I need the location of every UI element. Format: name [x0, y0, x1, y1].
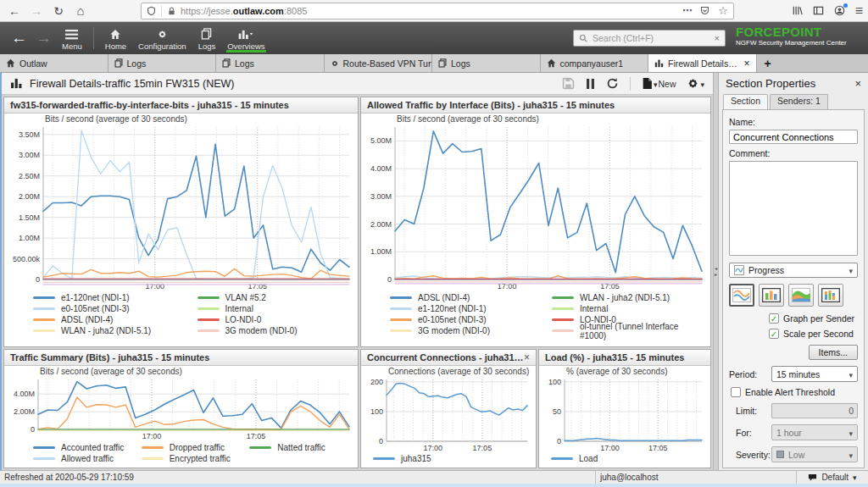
bookmark-star-icon[interactable] [718, 4, 728, 17]
graph-per-sender-checkbox[interactable]: Graph per Sender [769, 313, 858, 324]
svg-text:2.50M: 2.50M [19, 172, 40, 180]
chart-panel-allowed-traffic[interactable]: Allowed Traffic by Interface (Bits) - ju… [360, 97, 711, 347]
page-title: Firewall Details-traffic 15min FW315 (NE… [30, 78, 234, 90]
nav-home[interactable]: Home [99, 22, 132, 54]
lock-icon[interactable] [167, 6, 176, 16]
browser-forward-button[interactable] [27, 3, 46, 19]
logs-icon [201, 27, 212, 40]
legend-item: juha315 [373, 453, 536, 464]
section-name-input[interactable] [729, 130, 858, 144]
legend-item: Accounted traffic [33, 442, 138, 453]
logged-in-user: juha@localhost [596, 471, 797, 484]
sidebar-toggle-icon[interactable] [813, 5, 824, 16]
tab-route-based-vpn-tunnels[interactable]: Route-Based VPN Tunnels [325, 54, 433, 72]
legend-swatch [552, 318, 574, 321]
legend-item: ol-tunnel (Tunnel Interface #1000) [552, 325, 707, 336]
chart-type-bar-button[interactable] [759, 284, 784, 307]
window-edge [0, 484, 868, 487]
address-bar[interactable]: https://jesse.outlaw.com:8085 [141, 3, 734, 19]
for-select[interactable]: 1 hour [771, 424, 858, 440]
svg-text:0: 0 [557, 437, 561, 445]
panel-splitter[interactable] [713, 73, 719, 470]
refresh-icon[interactable] [606, 77, 619, 90]
scope-selector[interactable]: Default [797, 471, 868, 484]
svg-text:1.50M: 1.50M [19, 213, 40, 222]
tab-companyauser1[interactable]: companyauser1 [541, 54, 649, 72]
items-button[interactable]: Items... [809, 345, 858, 360]
menu-button[interactable]: Menu [56, 22, 88, 54]
legend-item: e0-105net (NDI-3) [390, 314, 545, 325]
tab-senders[interactable]: Senders: 1 [770, 94, 828, 109]
tracking-shield-icon[interactable] [147, 6, 156, 16]
tab-logs-1[interactable]: Logs [108, 54, 217, 72]
tab-firewall-details-traffic[interactable]: Firewall Details-traffic ... [648, 54, 757, 72]
browser-home-button[interactable] [71, 3, 90, 19]
pocket-icon[interactable] [700, 6, 709, 15]
severity-select[interactable]: Low [771, 446, 858, 462]
chart-legend: e1-120net (NDI-1)e0-105net (NDI-3)ADSL (… [4, 291, 358, 346]
search-clear-icon[interactable] [715, 33, 720, 43]
tab-outlaw[interactable]: Outlaw [0, 54, 108, 72]
save-icon[interactable] [562, 77, 575, 90]
comment-textarea[interactable] [729, 161, 858, 255]
chart-type-line-button[interactable] [729, 284, 754, 307]
chart-panel-title: Allowed Traffic by Interface (Bits) - ju… [361, 97, 710, 113]
nav-logs[interactable]: Logs [192, 22, 222, 54]
severity-label: Severity: [729, 450, 768, 460]
legend-swatch [390, 329, 412, 332]
app-forward-button[interactable]: → [31, 29, 56, 47]
limit-input[interactable] [771, 403, 858, 418]
browser-reload-button[interactable] [49, 3, 68, 19]
period-label: Period: [729, 369, 768, 379]
tab-section[interactable]: Section [723, 94, 768, 109]
svg-text:Bits / second (average of 30 s: Bits / second (average of 30 seconds) [397, 114, 539, 124]
global-search-input[interactable]: Search (Ctrl+F) [573, 30, 726, 47]
panel-close-icon[interactable] [854, 77, 861, 90]
tools-button[interactable] [687, 77, 704, 90]
enable-alert-threshold-checkbox[interactable]: Enable Alert Threshold [731, 387, 858, 397]
nav-logs-label: Logs [198, 42, 216, 51]
chart-panel-concurrent-connections[interactable]: Concurrent Connections - juha315 - 1... … [360, 349, 537, 468]
tab-close-icon[interactable] [743, 58, 749, 69]
browser-back-button[interactable] [5, 3, 24, 19]
legend-swatch [198, 329, 220, 332]
svg-text:% (average of 30 seconds): % (average of 30 seconds) [566, 367, 668, 376]
legend-swatch [198, 318, 220, 321]
section-type-select[interactable]: Progress [729, 263, 858, 278]
chart-panel-traffic-summary[interactable]: Traffic Summary (Bits) - juha315 - 15 mi… [3, 349, 359, 468]
app-toolbar: ← → Menu Home Configuration Logs Overvie… [0, 22, 868, 54]
section-close-icon[interactable] [524, 351, 530, 363]
svg-text:500.00k: 500.00k [13, 255, 41, 263]
scale-per-second-checkbox[interactable]: Scale per Second [769, 329, 858, 339]
browser-menu-icon[interactable] [855, 3, 863, 19]
new-button[interactable]: New [642, 77, 676, 90]
search-icon [579, 34, 588, 43]
tab-logs-3[interactable]: Logs [432, 54, 541, 72]
chart-panel-forwarded-traffic[interactable]: fw315-forwarded-traffic-by-interface-bit… [3, 97, 359, 347]
svg-text:1.00M: 1.00M [370, 247, 392, 256]
svg-text:0: 0 [379, 437, 383, 445]
account-icon[interactable] [834, 5, 845, 16]
chart-panel-load[interactable]: Load (%) - juha315 - 15 minutes % (avera… [538, 349, 711, 468]
nav-configuration[interactable]: Configuration [132, 22, 192, 54]
severity-low-icon [776, 451, 784, 458]
legend-swatch [552, 329, 574, 332]
new-tab-button[interactable] [757, 54, 779, 72]
legend-swatch [33, 446, 55, 449]
legend-swatch [142, 457, 164, 460]
page-actions-icon[interactable] [682, 5, 692, 16]
page-header: Firewall Details-traffic 15min FW315 (NE… [2, 73, 713, 95]
svg-text:1.00M: 1.00M [19, 234, 40, 242]
legend-swatch [33, 318, 55, 321]
chart-type-stacked-bar-button[interactable] [818, 284, 843, 307]
nav-overviews[interactable]: Overviews [221, 22, 270, 54]
period-select[interactable]: 15 minutes [771, 366, 858, 382]
pause-icon[interactable] [586, 78, 595, 90]
legend-item: WLAN - juha2 (NDI-5.1) [552, 292, 707, 303]
app-back-button[interactable]: ← [7, 29, 31, 47]
library-icon[interactable] [792, 5, 803, 16]
line-chart-traffic-summary: Bits / second (average of 30 seconds)02.… [4, 366, 358, 441]
section-properties-panel: Section Properties Section Senders: 1 Na… [719, 73, 868, 470]
tab-logs-2[interactable]: Logs [216, 54, 325, 72]
chart-type-area-button[interactable] [788, 284, 814, 307]
